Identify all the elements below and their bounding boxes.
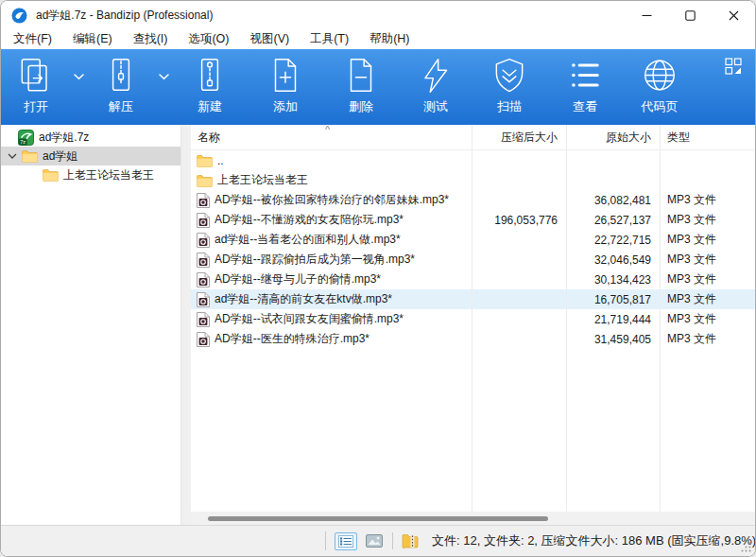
scrollbar-thumb[interactable] xyxy=(208,516,548,521)
new-archive-button[interactable]: 新建 xyxy=(180,53,240,123)
archive-folder-button[interactable] xyxy=(402,533,419,548)
original-size: 32,046,549 xyxy=(566,253,660,267)
extract-label: 解压 xyxy=(109,98,133,115)
list-row-file[interactable]: AD学姐--试衣间跟女友闺蜜偷情.mp3* 21,719,444 MP3 文件 xyxy=(191,309,755,329)
original-size: 22,722,715 xyxy=(566,234,660,247)
codepage-label: 代码页 xyxy=(642,98,679,115)
close-button[interactable] xyxy=(712,1,755,29)
new-label: 新建 xyxy=(198,98,222,115)
menu-tools[interactable]: 工具(T) xyxy=(300,29,359,49)
chevron-down-icon xyxy=(74,74,84,80)
menu-find[interactable]: 查找(I) xyxy=(123,29,179,49)
minimize-icon xyxy=(642,10,652,21)
window-controls xyxy=(625,1,755,29)
column-divider xyxy=(566,125,567,512)
menu-file[interactable]: 文件(F) xyxy=(3,29,62,49)
bandizip-window: ad学姐.7z - Bandizip (Professional) 文件(F) … xyxy=(0,0,756,557)
statusbar-divider xyxy=(392,532,393,549)
list-row-file[interactable]: AD学姐--被你捡回家特殊治疗的邻居妹妹.mp3* 36,082,481 MP3… xyxy=(191,190,755,210)
list-row-file[interactable]: AD学姐--医生的特殊治疗.mp3* 31,459,405 MP3 文件 xyxy=(191,329,755,349)
extract-dropdown-caret[interactable] xyxy=(151,53,176,100)
column-header-type[interactable]: 类型 xyxy=(660,130,755,146)
close-icon xyxy=(729,10,739,21)
open-dropdown-caret[interactable] xyxy=(66,53,91,100)
chevron-expanded-icon xyxy=(8,153,17,159)
add-files-icon xyxy=(266,56,305,96)
open-button[interactable]: 打开 xyxy=(6,53,66,123)
svg-text:7z: 7z xyxy=(20,139,26,145)
folder-tree: 7z ad学姐.7z ad学姐 上老王论坛当老王 xyxy=(1,125,180,525)
menu-edit[interactable]: 编辑(E) xyxy=(62,29,123,49)
original-size: 21,719,444 xyxy=(566,313,660,326)
menu-view[interactable]: 视图(V) xyxy=(240,29,301,49)
details-view-toggle[interactable] xyxy=(335,532,357,550)
list-row-file[interactable]: AD学姐--跟踪偷拍后成为第一视角.mp3* 32,046,549 MP3 文件 xyxy=(191,250,755,270)
toolbar-customize-button[interactable] xyxy=(725,58,744,77)
column-header-original-size[interactable]: 原始大小 xyxy=(566,130,660,146)
details-view-icon xyxy=(338,535,353,548)
minimize-button[interactable] xyxy=(625,1,668,29)
file-name: ad学姐--清高的前女友在ktv做.mp3* xyxy=(215,291,392,307)
maximize-icon xyxy=(685,10,696,21)
test-archive-button[interactable]: 测试 xyxy=(405,53,466,123)
file-type: MP3 文件 xyxy=(660,212,755,228)
main-area: 7z ad学姐.7z ad学姐 上老王论坛当老王 xyxy=(1,125,755,525)
list-row-file-highlighted[interactable]: ad学姐--清高的前女友在ktv做.mp3* 16,705,817 MP3 文件 xyxy=(191,289,755,309)
maximize-button[interactable] xyxy=(668,1,712,29)
panel-splitter[interactable] xyxy=(180,125,191,525)
audio-file-icon xyxy=(197,213,210,228)
file-type: MP3 文件 xyxy=(660,232,755,248)
view-list-icon xyxy=(565,56,605,96)
statusbar-left-section xyxy=(1,531,326,550)
tree-item-ad-folder[interactable]: ad学姐 xyxy=(1,147,180,165)
sort-ascending-indicator: ^ xyxy=(325,125,330,135)
preview-toggle[interactable] xyxy=(366,534,383,548)
add-label: 添加 xyxy=(273,98,298,115)
audio-file-icon xyxy=(197,272,210,287)
file-list: ^ 名称 压缩后大小 原始大小 类型 .. 上老王论坛当老王 xyxy=(191,125,755,525)
list-row-file[interactable]: ad学姐--当着老公的面和别人做.mp3* 22,722,715 MP3 文件 xyxy=(191,230,755,250)
file-type: MP3 文件 xyxy=(660,252,755,268)
extract-button[interactable]: 解压 xyxy=(91,53,151,123)
malware-scan-button[interactable]: 扫描 xyxy=(479,53,540,123)
horizontal-scrollbar[interactable] xyxy=(191,512,755,525)
list-row-folder[interactable]: 上老王论坛当老王 xyxy=(191,170,755,190)
list-row-parent-dir[interactable]: .. xyxy=(191,150,755,170)
tree-item-archive-root[interactable]: 7z ad学姐.7z xyxy=(1,128,180,147)
codepage-globe-icon xyxy=(640,56,679,96)
statusbar: 文件: 12, 文件夹: 2, 压缩文件大小: 186 MB (固实压缩,9.8… xyxy=(1,525,755,556)
new-archive-icon xyxy=(190,56,230,96)
open-label: 打开 xyxy=(24,98,48,115)
codepage-button[interactable]: 代码页 xyxy=(629,53,690,123)
column-header-packed-size[interactable]: 压缩后大小 xyxy=(472,130,566,146)
file-type: MP3 文件 xyxy=(660,271,755,287)
delete-files-icon xyxy=(341,56,381,96)
malware-scan-icon xyxy=(490,56,529,96)
view-file-button[interactable]: 查看 xyxy=(555,53,615,123)
view-label: 查看 xyxy=(573,98,597,115)
original-size: 16,705,817 xyxy=(566,293,660,306)
file-name: .. xyxy=(217,154,224,167)
list-row-file[interactable]: AD学姐--继母与儿子的偷情.mp3* 30,134,423 MP3 文件 xyxy=(191,270,755,289)
tree-item-subfolder[interactable]: 上老王论坛当老王 xyxy=(1,165,180,184)
list-row-file[interactable]: AD学姐--不懂游戏的女友陪你玩.mp3* 196,053,776 26,527… xyxy=(191,210,755,230)
file-type: MP3 文件 xyxy=(660,192,755,208)
audio-file-icon xyxy=(197,312,210,327)
customize-grid-icon xyxy=(725,58,742,75)
folder-icon xyxy=(22,149,38,163)
audio-file-icon xyxy=(197,193,210,208)
delete-files-button[interactable]: 删除 xyxy=(331,53,391,123)
file-name: ad学姐--当着老公的面和别人做.mp3* xyxy=(215,232,401,248)
column-header-name[interactable]: 名称 xyxy=(191,130,472,146)
add-files-button[interactable]: 添加 xyxy=(255,53,316,123)
menu-help[interactable]: 帮助(H) xyxy=(359,29,420,49)
original-size: 30,134,423 xyxy=(566,273,660,287)
file-name: AD学姐--继母与儿子的偷情.mp3* xyxy=(215,271,381,287)
folder-zip-icon xyxy=(402,533,419,548)
archive-summary: 文件: 12, 文件夹: 2, 压缩文件大小: 186 MB (固实压缩,9.8… xyxy=(432,532,756,549)
menu-options[interactable]: 选项(O) xyxy=(178,29,239,49)
preview-icon xyxy=(366,534,383,548)
bandizip-logo-icon xyxy=(11,8,27,24)
resize-grip[interactable] xyxy=(741,542,751,552)
scan-label: 扫描 xyxy=(497,98,522,115)
